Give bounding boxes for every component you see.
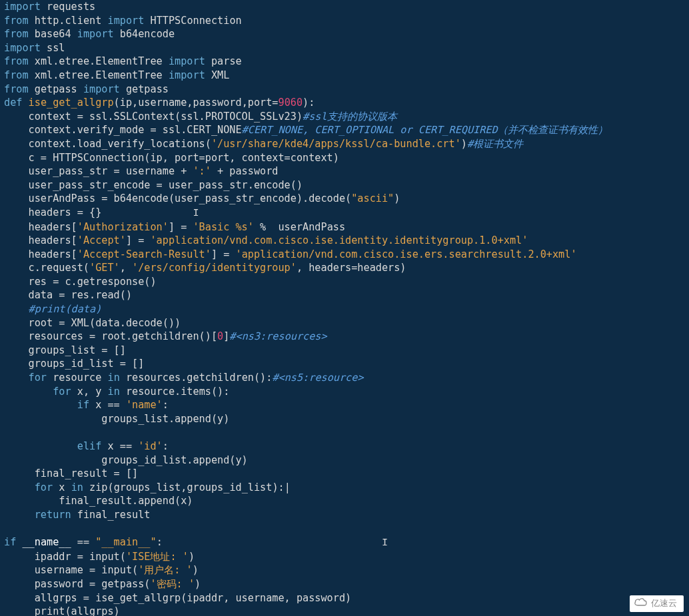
code-token: headers = {} [29, 206, 102, 218]
code-token: : [157, 536, 163, 548]
code-token: '用户名: ' [138, 564, 193, 576]
code-token: groups_id_list = [] [29, 358, 145, 370]
code-token: ] = [126, 234, 151, 246]
code-token: elif [77, 440, 102, 452]
code-token: requests [47, 1, 95, 13]
code-token: in [107, 386, 119, 398]
code-token: ): [303, 97, 315, 109]
code-token: from [4, 15, 29, 27]
code-token: x, y [77, 386, 102, 398]
text-cursor: I [193, 207, 199, 219]
code-token: #<ns3:resources> [229, 330, 327, 342]
code-token: ] = [211, 248, 236, 260]
code-token: c.request( [29, 262, 89, 274]
code-token: x [59, 481, 65, 493]
code-token: import [4, 1, 41, 13]
code-token: "__main__" [95, 536, 156, 548]
code-token: from [4, 83, 29, 95]
code-token: resource [53, 372, 101, 384]
code-token: user_pass_str_encode = user_pass_str.enc… [29, 179, 303, 191]
code-token: from [4, 69, 29, 81]
code-token: import [77, 28, 114, 40]
watermark-text: 亿速云 [651, 597, 677, 611]
code-token: userAndPass = b64encode(user_pass_str_en… [29, 192, 352, 204]
code-token: import [169, 55, 205, 67]
code-token: 'application/vnd.com.cisco.ise.ers.searc… [235, 248, 576, 260]
code-token: resources.getchildren(): [126, 372, 272, 384]
code-token: #ssl支持的协议版本 [303, 111, 397, 123]
code-token: , [120, 262, 132, 274]
code-token: base64 [35, 28, 71, 40]
code-token: ) [193, 564, 199, 576]
code-token: getpass [126, 83, 169, 95]
code-token: 'ISE地址: ' [126, 551, 189, 563]
code-token: return [35, 509, 71, 521]
code-token: in [107, 372, 119, 384]
code-token: ] = [169, 221, 193, 233]
code-token: resource.items(): [126, 386, 229, 398]
code-token: ise_get_allgrp [29, 97, 114, 109]
code-token: + password [211, 165, 279, 177]
watermark-badge: 亿速云 [630, 595, 684, 612]
code-token: ssl [47, 42, 65, 54]
code-token: 'GET' [89, 262, 120, 274]
code-token: xml.etree.ElementTree [35, 55, 163, 67]
code-token: % userAndPass [254, 221, 345, 233]
code-token: ipaddr = input( [29, 551, 126, 563]
code-token: b64encode [120, 28, 175, 40]
code-token: context.verify_mode = ssl.CERT_NONE [29, 124, 242, 136]
code-token: 'id' [138, 440, 163, 452]
code-token: if [4, 536, 16, 548]
code-token: ] [223, 330, 229, 342]
code-editor[interactable]: import requests from http.client import … [0, 0, 689, 616]
code-token: #根证书文件 [467, 138, 523, 150]
code-token: ip,username,password,port= [120, 97, 279, 109]
code-token: #<ns5:resource> [272, 372, 363, 384]
code-token: in [71, 481, 83, 493]
code-token: import [169, 69, 205, 81]
code-token: print(allgrps) [29, 605, 120, 616]
code-token: headers[ [29, 221, 77, 233]
code-token: context = ssl.SSLContext(ssl.PROTOCOL_SS… [29, 111, 303, 123]
code-token: user_pass_str = username + [29, 165, 193, 177]
code-token: http.client [35, 15, 102, 27]
code-token: groups_id_list.append(y) [101, 454, 247, 466]
code-token: 'application/vnd.com.cisco.ise.identity.… [150, 234, 528, 246]
code-token: '/usr/share/kde4/apps/kssl/ca-bundle.crt… [211, 138, 461, 150]
code-token: 'Accept-Search-Result' [77, 248, 211, 260]
code-token: final_result.append(x) [53, 495, 193, 507]
code-token: 0 [217, 330, 223, 342]
code-token: resources = root.getchildren()[ [29, 330, 217, 342]
code-token: root = XML(data.decode()) [29, 317, 181, 329]
code-token: groups_list = [] [29, 344, 126, 356]
code-token: getpass [35, 83, 77, 95]
code-token: == [71, 536, 96, 548]
code-token: for [29, 372, 47, 384]
code-token: ) [394, 192, 400, 204]
code-token: : [163, 440, 169, 452]
code-token: 'Accept' [77, 234, 126, 246]
code-token: for [53, 386, 71, 398]
code-token: HTTPSConnection [151, 15, 242, 27]
code-token: import [107, 15, 144, 27]
code-token: 9060 [279, 97, 303, 109]
code-token: 'Basic %s' [193, 221, 253, 233]
code-token: #print(data) [29, 303, 102, 315]
code-token: groups_list.append(y) [101, 413, 229, 425]
code-token: context.load_verify_locations( [29, 138, 211, 150]
code-token: ) [195, 578, 201, 590]
code-token: final_result [77, 509, 151, 521]
code-token: from [4, 28, 29, 40]
code-token: if [77, 399, 89, 411]
code-token: ':' [193, 165, 211, 177]
text-cursor: I [382, 537, 388, 549]
code-token: c = HTTPSConnection(ip, port=port, conte… [29, 152, 339, 164]
code-token: x == [95, 399, 126, 411]
code-token: x == [107, 440, 138, 452]
code-token: ) [461, 138, 467, 150]
code-token: res = c.getresponse() [29, 276, 157, 288]
code-token: allgrps = ise_get_allgrp(ipaddr, usernam… [29, 592, 352, 604]
code-token: from [4, 55, 29, 67]
code-token: 'name' [126, 399, 163, 411]
code-token: username = input( [29, 564, 139, 576]
